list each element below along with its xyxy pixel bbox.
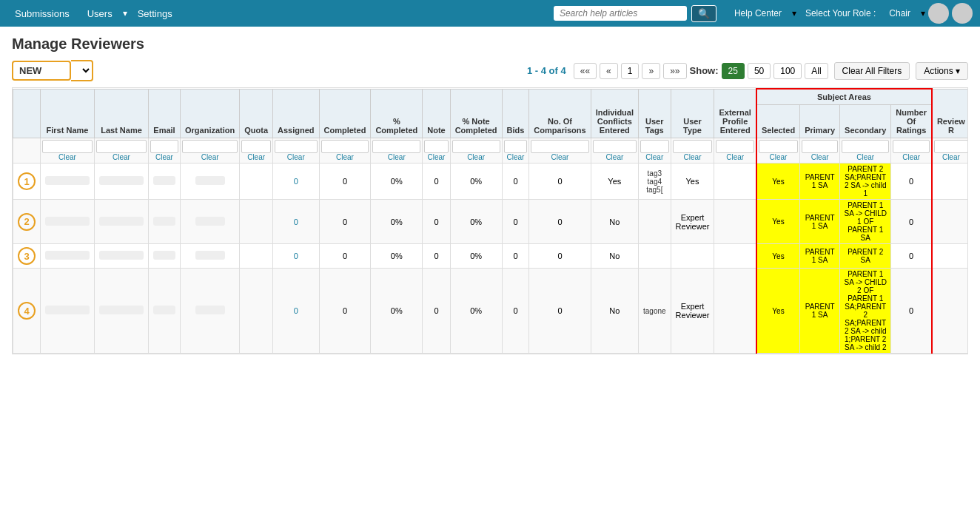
- filter-sa-selected-input[interactable]: [759, 140, 798, 153]
- filter-sa-primary[interactable]: Clear: [800, 138, 840, 163]
- filter-user-tags-input[interactable]: [640, 140, 669, 153]
- filter-user-type-clear[interactable]: Clear: [673, 153, 713, 161]
- filter-first-name-input[interactable]: [42, 140, 93, 153]
- filter-assigned[interactable]: Clear: [273, 138, 320, 163]
- filter-user-type-input[interactable]: [673, 140, 713, 153]
- filter-note[interactable]: Clear: [423, 138, 450, 163]
- new-dropdown[interactable]: [71, 60, 93, 81]
- filter-sa-selected[interactable]: Clear: [756, 138, 800, 163]
- clear-filters-button[interactable]: Clear All Filters: [834, 62, 910, 80]
- filter-pct-completed[interactable]: Clear: [371, 138, 423, 163]
- col-header-pct-note-completed: % Note Completed: [450, 89, 502, 138]
- cell-row-num: 4: [13, 269, 41, 354]
- filter-num-ratings[interactable]: Clear: [891, 138, 932, 163]
- filter-no-comp[interactable]: Clear: [529, 138, 591, 163]
- filter-quota[interactable]: Clear: [240, 138, 273, 163]
- filter-user-tags-clear[interactable]: Clear: [640, 153, 669, 161]
- nav-settings[interactable]: Settings: [130, 5, 180, 22]
- page-content: Manage Reviewers 1 - 4 of 4 «« « 1 » »» …: [0, 27, 980, 363]
- filter-note-clear[interactable]: Clear: [424, 153, 448, 161]
- filter-ext-profile-input[interactable]: [716, 140, 754, 153]
- prev-page-button[interactable]: «: [600, 63, 618, 79]
- filter-completed-clear[interactable]: Clear: [321, 153, 369, 161]
- new-input[interactable]: [12, 61, 71, 81]
- filter-sa-primary-clear[interactable]: Clear: [802, 153, 838, 161]
- filter-completed[interactable]: Clear: [319, 138, 371, 163]
- filter-email-input[interactable]: [150, 140, 178, 153]
- cell-last-name: [95, 244, 149, 269]
- filter-quota-clear[interactable]: Clear: [241, 153, 271, 161]
- show-label: Show:: [690, 65, 719, 76]
- filter-sa-secondary[interactable]: Clear: [840, 138, 891, 163]
- filter-pct-completed-clear[interactable]: Clear: [372, 153, 420, 161]
- table-wrapper: First Name Last Name Email Organization …: [12, 87, 968, 354]
- page-info: 1 - 4 of 4: [527, 65, 566, 76]
- filter-user-type[interactable]: Clear: [671, 138, 714, 163]
- filter-num-ratings-clear[interactable]: Clear: [893, 153, 930, 161]
- filter-indiv-conflicts[interactable]: Clear: [591, 138, 638, 163]
- filter-pct-note-clear[interactable]: Clear: [452, 153, 500, 161]
- filter-assigned-input[interactable]: [275, 140, 318, 153]
- filter-user-tags[interactable]: Clear: [639, 138, 671, 163]
- filter-org[interactable]: Clear: [181, 138, 240, 163]
- nav-submissions[interactable]: Submissions: [7, 5, 77, 22]
- col-header-external-profile: External Profile Entered: [714, 89, 756, 138]
- filter-no-comp-clear[interactable]: Clear: [531, 153, 588, 161]
- cell-email: [149, 163, 181, 200]
- show-50-button[interactable]: 50: [748, 63, 771, 79]
- filter-sa-primary-input[interactable]: [802, 140, 838, 153]
- filter-note-input[interactable]: [424, 140, 448, 153]
- filter-email[interactable]: Clear: [149, 138, 181, 163]
- filter-first-name-clear[interactable]: Clear: [42, 153, 93, 161]
- filter-bids[interactable]: Clear: [502, 138, 529, 163]
- filter-pct-note[interactable]: Clear: [450, 138, 502, 163]
- filter-indiv-conflicts-input[interactable]: [593, 140, 637, 153]
- filter-last-name[interactable]: Clear: [95, 138, 149, 163]
- filter-no-comp-input[interactable]: [531, 140, 588, 153]
- cell-email: [149, 200, 181, 244]
- cell-organization: [181, 244, 240, 269]
- filter-review-r-input[interactable]: [934, 140, 968, 153]
- filter-email-clear[interactable]: Clear: [150, 153, 178, 161]
- col-header-email: Email: [149, 89, 181, 138]
- show-all-button[interactable]: All: [805, 63, 828, 79]
- cell-note: 0: [423, 244, 450, 269]
- filter-completed-input[interactable]: [321, 140, 369, 153]
- filter-sa-selected-clear[interactable]: Clear: [759, 153, 798, 161]
- filter-pct-completed-input[interactable]: [372, 140, 420, 153]
- cell-last-name: [95, 163, 149, 200]
- filter-row-num: [13, 138, 41, 163]
- last-page-button[interactable]: »»: [663, 63, 686, 79]
- search-button[interactable]: 🔍: [691, 5, 716, 22]
- show-100-button[interactable]: 100: [773, 63, 802, 79]
- filter-ext-profile-clear[interactable]: Clear: [716, 153, 754, 161]
- cell-external-profile: [714, 244, 756, 269]
- filter-sa-secondary-clear[interactable]: Clear: [842, 153, 889, 161]
- role-selector[interactable]: Chair: [882, 5, 918, 21]
- next-page-button[interactable]: »: [642, 63, 660, 79]
- filter-last-name-clear[interactable]: Clear: [96, 153, 147, 161]
- filter-last-name-input[interactable]: [96, 140, 147, 153]
- filter-quota-input[interactable]: [241, 140, 271, 153]
- filter-assigned-clear[interactable]: Clear: [275, 153, 318, 161]
- col-header-review-r: Review R: [932, 89, 968, 138]
- filter-review-r[interactable]: Clear: [932, 138, 968, 163]
- help-center-link[interactable]: Help Center: [727, 5, 789, 21]
- filter-ext-profile[interactable]: Clear: [714, 138, 756, 163]
- filter-indiv-conflicts-clear[interactable]: Clear: [593, 153, 637, 161]
- actions-button[interactable]: Actions ▾: [916, 62, 968, 80]
- nav-users[interactable]: Users: [80, 5, 120, 22]
- pagination-area: 1 - 4 of 4 «« « 1 » »» Show: 25 50 100 A…: [527, 62, 968, 80]
- filter-first-name[interactable]: Clear: [41, 138, 95, 163]
- filter-org-input[interactable]: [182, 140, 238, 153]
- filter-org-clear[interactable]: Clear: [182, 153, 238, 161]
- filter-bids-clear[interactable]: Clear: [504, 153, 528, 161]
- show-25-button[interactable]: 25: [722, 63, 745, 79]
- first-page-button[interactable]: ««: [574, 63, 597, 79]
- search-input[interactable]: [554, 6, 687, 21]
- filter-pct-note-input[interactable]: [452, 140, 500, 153]
- filter-review-r-clear[interactable]: Clear: [934, 153, 968, 161]
- filter-num-ratings-input[interactable]: [893, 140, 930, 153]
- filter-bids-input[interactable]: [504, 140, 528, 153]
- filter-sa-secondary-input[interactable]: [842, 140, 889, 153]
